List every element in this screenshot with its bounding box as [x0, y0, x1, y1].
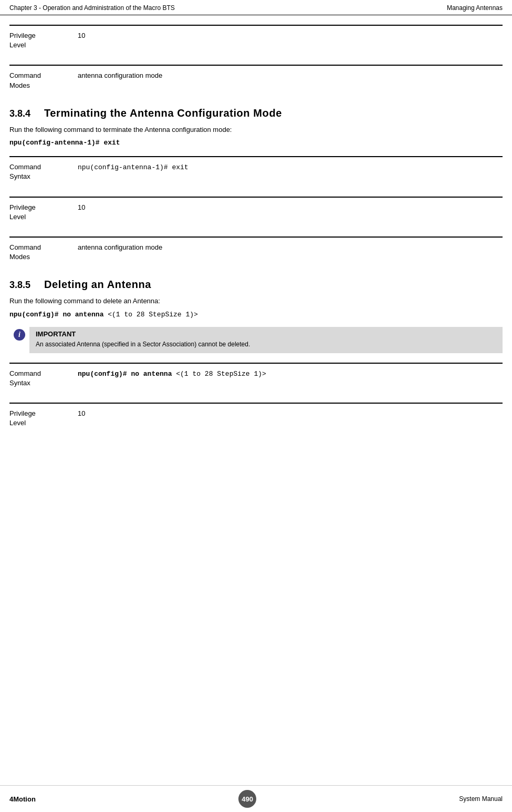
important-text: An associated Antenna (specified in a Se… [36, 340, 496, 349]
field-value-syntax-385: npu(config)# no antenna <(1 to 28 StepSi… [78, 369, 503, 388]
field-value-privilege-top: 10 [78, 31, 503, 50]
header-right: Managing Antennas [447, 4, 503, 12]
field-row-privilege-384: PrivilegeLevel 10 [9, 197, 503, 227]
footer-manual: System Manual [459, 795, 503, 803]
field-label-privilege-385: PrivilegeLevel [9, 409, 78, 428]
field-label-syntax-384: CommandSyntax [9, 162, 78, 181]
page-footer: 4Motion 490 System Manual [0, 785, 512, 812]
section-385-command-bold: npu(config)# no antenna [9, 311, 103, 318]
field-row-syntax-385: CommandSyntax npu(config)# no antenna <(… [9, 363, 503, 393]
section-384-title: Terminating the Antenna Configuration Mo… [44, 107, 282, 119]
field-label-syntax-385: CommandSyntax [9, 369, 78, 388]
field-value-modes-top: antenna configuration mode [78, 71, 503, 90]
field-value-privilege-385: 10 [78, 409, 503, 428]
section-385-command: npu(config)# no antenna <(1 to 28 StepSi… [9, 311, 503, 318]
main-content: PrivilegeLevel 10 CommandModes antenna c… [0, 25, 512, 465]
field-label-privilege-384: PrivilegeLevel [9, 203, 78, 222]
page-number: 490 [238, 790, 256, 808]
important-icon: i [14, 329, 25, 341]
syntax-384-text: npu(config-antenna-1)# exit [78, 163, 189, 171]
field-value-syntax-384: npu(config-antenna-1)# exit [78, 162, 503, 181]
important-box: i IMPORTANT An associated Antenna (speci… [9, 327, 503, 353]
important-icon-container: i [9, 327, 29, 341]
field-label-modes-384: CommandModes [9, 243, 78, 262]
section-384-intro: Run the following command to terminate t… [9, 125, 503, 135]
section-385-number: 3.8.5 [9, 280, 36, 291]
field-row-modes-384: CommandModes antenna configuration mode [9, 237, 503, 267]
section-385-title: Deleting an Antenna [44, 279, 151, 291]
field-value-modes-384: antenna configuration mode [78, 243, 503, 262]
section-384-command: npu(config-antenna-1)# exit [9, 139, 503, 147]
field-row-syntax-384: CommandSyntax npu(config-antenna-1)# exi… [9, 156, 503, 187]
section-384-heading: 3.8.4 Terminating the Antenna Configurat… [9, 107, 503, 119]
page-header: Chapter 3 - Operation and Administration… [0, 0, 512, 15]
important-content: IMPORTANT An associated Antenna (specifi… [29, 327, 503, 353]
header-left: Chapter 3 - Operation and Administration… [9, 4, 175, 12]
field-row-privilege-top: PrivilegeLevel 10 [9, 25, 503, 55]
field-row-privilege-385: PrivilegeLevel 10 [9, 403, 503, 433]
field-label-privilege-top: PrivilegeLevel [9, 31, 78, 50]
section-385-heading: 3.8.5 Deleting an Antenna [9, 279, 503, 291]
field-value-privilege-384: 10 [78, 203, 503, 222]
section-385-intro: Run the following command to delete an A… [9, 296, 503, 306]
syntax-385-rest: <(1 to 28 StepSize 1)> [172, 370, 266, 378]
section-385-command-rest: <(1 to 28 StepSize 1)> [103, 311, 197, 318]
field-label-modes-top: CommandModes [9, 71, 78, 90]
section-384-number: 3.8.4 [9, 108, 36, 119]
important-title: IMPORTANT [36, 330, 496, 338]
footer-brand: 4Motion [9, 795, 36, 803]
field-row-modes-top: CommandModes antenna configuration mode [9, 65, 503, 95]
syntax-385-bold: npu(config)# no antenna [78, 370, 172, 378]
